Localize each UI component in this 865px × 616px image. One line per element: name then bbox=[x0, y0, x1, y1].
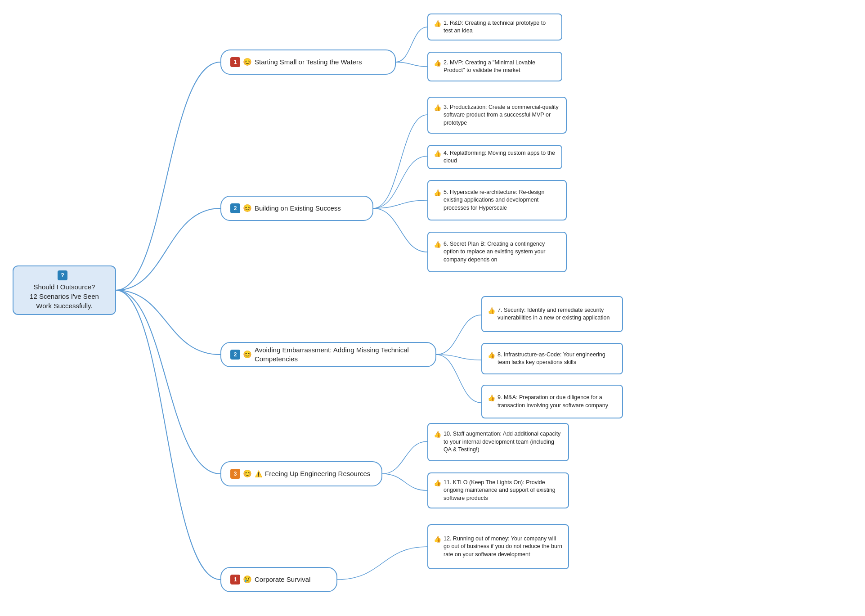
branch-b4-label: Freeing Up Engineering Resources bbox=[265, 469, 370, 478]
warning-icon-b4: ⚠️ bbox=[255, 470, 262, 478]
emoji-b4: 😊 bbox=[243, 469, 252, 479]
leaf-7-text: 7. Security: Identify and remediate secu… bbox=[497, 306, 617, 322]
emoji-b1: 😊 bbox=[243, 57, 252, 67]
branch-avoiding-embarrassment: 2 😊 Avoiding Embarrassment: Adding Missi… bbox=[220, 342, 436, 367]
thumb-l6: 👍 bbox=[434, 240, 441, 249]
badge-b1: 1 bbox=[230, 57, 240, 67]
emoji-b5: 😢 bbox=[243, 575, 252, 585]
leaf-2-text: 2. MVP: Creating a "Minimal Lovable Prod… bbox=[444, 59, 556, 75]
leaf-5: 👍 5. Hyperscale re-architecture: Re-desi… bbox=[427, 180, 567, 220]
leaf-1-text: 1. R&D: Creating a technical prototype t… bbox=[444, 19, 556, 35]
thumb-l9: 👍 bbox=[488, 394, 495, 403]
leaf-4-text: 4. Replatforming: Moving custom apps to … bbox=[444, 149, 556, 165]
leaf-12-text: 12. Running out of money: Your company w… bbox=[444, 535, 563, 559]
emoji-b3: 😊 bbox=[243, 350, 252, 360]
branch-b3-label: Avoiding Embarrassment: Adding Missing T… bbox=[255, 346, 426, 364]
mind-map-diagram: ? Should I Outsource? 12 Scenarios I've … bbox=[0, 0, 865, 616]
leaf-4: 👍 4. Replatforming: Moving custom apps t… bbox=[427, 145, 562, 169]
thumb-l4: 👍 bbox=[434, 149, 441, 158]
thumb-l12: 👍 bbox=[434, 535, 441, 544]
leaf-5-text: 5. Hyperscale re-architecture: Re-design… bbox=[444, 189, 560, 212]
thumb-l11: 👍 bbox=[434, 479, 441, 488]
branch-b2-label: Building on Existing Success bbox=[255, 204, 341, 213]
badge-b5: 1 bbox=[230, 575, 240, 585]
thumb-l1: 👍 bbox=[434, 19, 441, 28]
leaf-9-text: 9. M&A: Preparation or due diligence for… bbox=[497, 394, 617, 409]
leaf-3-text: 3. Productization: Create a commercial-q… bbox=[444, 103, 560, 127]
leaf-6: 👍 6. Secret Plan B: Creating a contingen… bbox=[427, 232, 567, 272]
branch-freeing-engineering: 3 😊 ⚠️ Freeing Up Engineering Resources bbox=[220, 461, 382, 486]
leaf-10-text: 10. Staff augmentation: Add additional c… bbox=[444, 430, 563, 454]
leaf-7: 👍 7. Security: Identify and remediate se… bbox=[481, 296, 623, 332]
thumb-l8: 👍 bbox=[488, 351, 495, 360]
branch-building-success: 2 😊 Building on Existing Success bbox=[220, 196, 373, 221]
leaf-6-text: 6. Secret Plan B: Creating a contingency… bbox=[444, 240, 560, 264]
leaf-10: 👍 10. Staff augmentation: Add additional… bbox=[427, 423, 569, 461]
root-question-badge: ? bbox=[58, 270, 67, 280]
branch-b5-label: Corporate Survival bbox=[255, 575, 310, 584]
leaf-11-text: 11. KTLO (Keep The Lights On): Provide o… bbox=[444, 479, 563, 503]
badge-b2: 2 bbox=[230, 203, 240, 213]
branch-starting-small: 1 😊 Starting Small or Testing the Waters bbox=[220, 49, 396, 75]
thumb-l5: 👍 bbox=[434, 189, 441, 198]
leaf-11: 👍 11. KTLO (Keep The Lights On): Provide… bbox=[427, 472, 569, 508]
branch-b1-label: Starting Small or Testing the Waters bbox=[255, 58, 362, 67]
root-label: Should I Outsource? 12 Scenarios I've Se… bbox=[30, 282, 99, 310]
leaf-8: 👍 8. Infrastructure-as-Code: Your engine… bbox=[481, 343, 623, 374]
thumb-l7: 👍 bbox=[488, 306, 495, 315]
badge-b4: 3 bbox=[230, 469, 240, 479]
connector-lines bbox=[0, 0, 865, 616]
leaf-3: 👍 3. Productization: Create a commercial… bbox=[427, 97, 567, 134]
leaf-9: 👍 9. M&A: Preparation or due diligence f… bbox=[481, 385, 623, 418]
leaf-8-text: 8. Infrastructure-as-Code: Your engineer… bbox=[497, 351, 617, 367]
leaf-1: 👍 1. R&D: Creating a technical prototype… bbox=[427, 13, 562, 40]
thumb-l2: 👍 bbox=[434, 59, 441, 68]
thumb-l3: 👍 bbox=[434, 103, 441, 112]
emoji-b2: 😊 bbox=[243, 203, 252, 213]
badge-b3: 2 bbox=[230, 350, 240, 360]
leaf-12: 👍 12. Running out of money: Your company… bbox=[427, 524, 569, 569]
branch-corporate-survival: 1 😢 Corporate Survival bbox=[220, 567, 337, 592]
leaf-2: 👍 2. MVP: Creating a "Minimal Lovable Pr… bbox=[427, 52, 562, 81]
thumb-l10: 👍 bbox=[434, 430, 441, 439]
root-node: ? Should I Outsource? 12 Scenarios I've … bbox=[13, 265, 116, 315]
